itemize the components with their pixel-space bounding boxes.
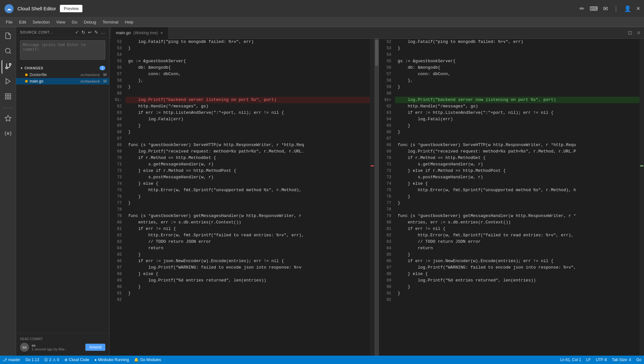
- table-row: 59}: [109, 84, 374, 90]
- tab-close-icon[interactable]: ×: [160, 30, 163, 35]
- mail-icon[interactable]: ✉: [602, 4, 609, 14]
- extensions-activity-icon[interactable]: [2, 90, 14, 104]
- sidebar-checkmark-icon[interactable]: ✓: [75, 30, 79, 35]
- menu-file[interactable]: File: [3, 18, 16, 26]
- line-content: [395, 90, 644, 97]
- line-number: 73: [109, 174, 126, 181]
- line-number: 70: [379, 155, 395, 161]
- menu-help[interactable]: Help: [122, 18, 137, 26]
- errors-status[interactable]: ⓪ 2 ⚠ 0: [44, 357, 59, 363]
- line-number: 72: [379, 168, 395, 174]
- table-row: 75 http.Error(w, fmt.Sprintf("unsupporte…: [109, 187, 374, 193]
- diff-scrollbar-thumb[interactable]: [375, 40, 378, 66]
- split-editor-icon[interactable]: ⊡: [625, 30, 635, 36]
- close-button[interactable]: ×: [636, 5, 640, 12]
- sidebar-edit-icon[interactable]: ✎: [94, 30, 98, 35]
- more-icon[interactable]: ⋮: [612, 4, 620, 14]
- language-status[interactable]: Go: [636, 358, 641, 362]
- line-number: 69: [379, 148, 395, 155]
- line-content: log.Printf("WARNING: failed to encode js…: [126, 264, 374, 271]
- menu-view[interactable]: View: [53, 18, 69, 26]
- search-activity-icon[interactable]: [2, 45, 14, 59]
- terminal-icon[interactable]: ⌨: [588, 4, 599, 14]
- branch-status[interactable]: ⎇ master: [3, 358, 20, 362]
- menu-go[interactable]: Go: [69, 18, 80, 26]
- line-content: }: [395, 84, 644, 90]
- line-number: 75: [109, 187, 126, 193]
- amend-button[interactable]: Amend: [85, 344, 105, 351]
- account-icon[interactable]: 👤: [623, 4, 632, 14]
- table-row: 84 return: [379, 245, 644, 251]
- menu-edit[interactable]: Edit: [16, 18, 29, 26]
- line-content: conn: dbConn,: [126, 71, 374, 77]
- source-control-activity-icon[interactable]: [2, 60, 14, 74]
- sidebar-revert-icon[interactable]: ↩: [88, 30, 92, 35]
- run-activity-icon[interactable]: [2, 75, 14, 89]
- line-number: 76: [379, 193, 395, 200]
- table-row: 57 conn: dbConn,: [379, 71, 644, 77]
- line-number: 55: [109, 58, 126, 64]
- editor-tab[interactable]: main.go (Working tree) ×: [111, 27, 168, 39]
- more-activity-icon[interactable]: [2, 127, 14, 141]
- menu-debug[interactable]: Debug: [80, 18, 99, 26]
- commit-time: 1 second ago by Mar...: [32, 347, 83, 351]
- files-activity-icon[interactable]: [2, 30, 14, 44]
- svg-rect-8: [5, 94, 7, 96]
- menu-selection[interactable]: Selection: [29, 18, 53, 26]
- api-activity-icon[interactable]: [2, 112, 14, 126]
- cloud-code-status[interactable]: ⊕ Cloud Code: [64, 358, 89, 362]
- dockerfile-path: src/backend: [80, 73, 99, 77]
- table-row: 70 if r.Method == http.MethodGet {: [379, 155, 644, 161]
- line-number: 52: [109, 39, 126, 45]
- app-logo: ☁: [4, 4, 14, 14]
- line-ending-status[interactable]: LF: [586, 358, 591, 362]
- table-row: 79func (s *guestbookServer) getMessagesH…: [379, 213, 644, 219]
- language-label: Go: [636, 358, 641, 362]
- commit-input-area: [16, 38, 109, 63]
- line-number: 87: [379, 264, 395, 271]
- line-content: if err := json.NewEncoder(w).Encode(entr…: [126, 258, 374, 264]
- line-content: },: [395, 77, 644, 84]
- table-row: 86 if err := json.NewEncoder(w).Encode(e…: [379, 258, 644, 264]
- preview-button[interactable]: Preview: [60, 5, 82, 12]
- maingo-file-item[interactable]: main.go src/backend M: [16, 78, 109, 84]
- line-number: 89: [379, 277, 395, 284]
- line-content: http.Handle("/messages", gs): [126, 103, 374, 110]
- line-number: 83: [379, 239, 395, 245]
- table-row: 74 } else {: [109, 181, 374, 187]
- sidebar-more-icon[interactable]: …: [101, 30, 105, 35]
- table-row: 77}: [379, 200, 644, 206]
- svg-marker-7: [6, 79, 10, 84]
- table-row: 63 if err := http.ListenAndServe(":"+por…: [109, 110, 374, 116]
- tab-size-status[interactable]: Tab Size: 4: [612, 358, 631, 362]
- more-tabs-icon[interactable]: ≡: [635, 30, 643, 36]
- line-content: [395, 297, 644, 303]
- line-number: 91: [109, 290, 126, 297]
- table-row: 92: [379, 297, 644, 303]
- changes-header[interactable]: ▼ CHANGES 2: [16, 64, 109, 72]
- line-content: [126, 135, 374, 142]
- app-title: Cloud Shell Editor: [17, 6, 56, 11]
- line-content: http.Handle("/messages", gs): [395, 103, 644, 110]
- dockerfile-file-item[interactable]: Dockerfile src/backend M: [16, 72, 109, 78]
- edit-icon[interactable]: ✏: [578, 4, 586, 14]
- line-content: func (s *guestbookServer) ServeHTTP(w ht…: [126, 142, 374, 148]
- maingo-path: src/backend: [80, 79, 99, 83]
- line-number: 57: [109, 71, 126, 77]
- go-modules-status[interactable]: 🔔 Go Modules: [134, 358, 161, 362]
- line-content: func (s *guestbookServer) ServeHTTP(w ht…: [395, 142, 644, 148]
- table-row: 83 // TODO return JSON error: [109, 239, 374, 245]
- encoding-status[interactable]: UTF-8: [596, 358, 607, 362]
- menu-terminal[interactable]: Terminal: [99, 18, 121, 26]
- table-row: 76 }: [109, 193, 374, 200]
- line-content: } else {: [395, 271, 644, 277]
- go-version-status[interactable]: Go 1.13: [25, 358, 39, 362]
- minikube-status[interactable]: ● Minikube Running: [94, 358, 129, 362]
- commit-message-input[interactable]: [20, 40, 105, 60]
- table-row: 64 log.Fatal(err): [379, 116, 644, 123]
- table-row: 92: [109, 297, 374, 303]
- line-content: [395, 135, 644, 142]
- sidebar-refresh-icon[interactable]: ↻: [81, 30, 85, 35]
- position-status[interactable]: Ln 61, Col 1: [560, 358, 581, 362]
- errors-count: ⓪ 2 ⚠ 0: [44, 357, 59, 363]
